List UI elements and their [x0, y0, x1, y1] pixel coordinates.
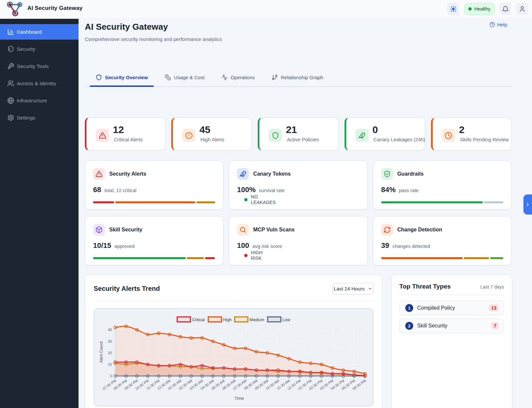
svg-text:Alert Count: Alert Count [99, 341, 104, 363]
svg-text:Time: Time [235, 396, 244, 401]
svg-text:Low: Low [283, 318, 290, 322]
svg-text:Medium: Medium [249, 318, 264, 322]
svg-text:High: High [223, 318, 232, 322]
svg-text:20: 20 [108, 351, 112, 355]
svg-text:0: 0 [110, 374, 112, 378]
svg-text:40: 40 [108, 328, 112, 332]
svg-text:10: 10 [108, 362, 112, 366]
svg-text:30: 30 [108, 339, 112, 343]
svg-text:Critical: Critical [192, 318, 205, 322]
